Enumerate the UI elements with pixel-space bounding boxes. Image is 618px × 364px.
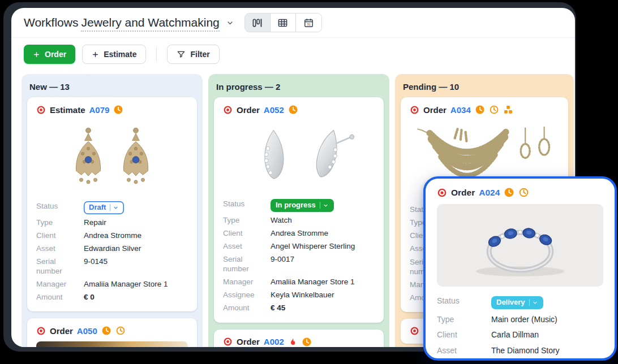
header: WorkflowsJewelry and Watchmaking bbox=[11, 8, 575, 38]
card-header: Order A002 bbox=[223, 337, 375, 347]
chevron-down-icon bbox=[113, 205, 119, 211]
add-estimate-button[interactable]: Estimate bbox=[82, 45, 146, 64]
chevron-down-icon bbox=[532, 300, 538, 306]
card-image-silver-earrings bbox=[223, 120, 375, 193]
card-id-link[interactable]: A050 bbox=[77, 326, 97, 336]
card-kind: Estimate bbox=[50, 105, 85, 115]
target-icon bbox=[36, 326, 46, 336]
card-kind: Order bbox=[50, 326, 73, 336]
flame-icon bbox=[288, 337, 298, 346]
target-icon bbox=[410, 326, 419, 336]
clock-filled-icon bbox=[302, 337, 312, 347]
card-header: Order A052 bbox=[223, 105, 375, 115]
page-title: WorkflowsJewelry and Watchmaking bbox=[24, 16, 220, 29]
page-title-prefix: Workflows bbox=[24, 16, 78, 29]
kanban-column-in-progress: In progress — 2 Order A052 bbox=[208, 74, 389, 347]
funnel-icon bbox=[177, 50, 186, 59]
column-title: Pending — 10 bbox=[401, 80, 568, 97]
toolbar: Order Estimate Filter bbox=[11, 38, 575, 72]
overlay-card-order-a024[interactable]: Order A024 bbox=[423, 176, 617, 361]
card-order-a052[interactable]: Order A052 bbox=[214, 97, 384, 323]
target-icon bbox=[36, 105, 46, 115]
card-order-a002[interactable]: Order A002 bbox=[214, 330, 384, 347]
workspace-name[interactable]: Jewelry and Watchmaking bbox=[81, 16, 219, 32]
target-icon bbox=[410, 105, 419, 115]
chevron-down-icon bbox=[323, 202, 329, 209]
card-id-link[interactable]: A079 bbox=[89, 105, 110, 115]
view-switcher bbox=[244, 13, 322, 32]
card-id-link[interactable]: A002 bbox=[264, 337, 284, 346]
clock-filled-icon bbox=[113, 105, 123, 115]
card-image-antique-gold-earrings bbox=[36, 120, 188, 195]
clock-filled-icon bbox=[288, 105, 298, 115]
card-fields: Status Delivery TypeMain order (Music) C… bbox=[437, 293, 603, 359]
card-image-sapphire-ring bbox=[437, 204, 603, 287]
clock-outline-icon bbox=[518, 187, 529, 198]
card-kind: Order bbox=[237, 105, 260, 115]
status-pill[interactable]: In progress bbox=[271, 199, 334, 212]
card-fields: Status In progress TypeWatch ClientAndre… bbox=[223, 197, 375, 315]
blocks-icon bbox=[503, 105, 513, 115]
plus-icon bbox=[92, 51, 99, 58]
target-icon bbox=[223, 337, 233, 346]
status-pill[interactable]: Draft bbox=[84, 201, 124, 214]
kanban-view-button[interactable] bbox=[245, 14, 271, 32]
status-pill[interactable]: Delivery bbox=[491, 296, 543, 309]
clock-outline-icon bbox=[489, 105, 499, 115]
card-order-a050[interactable]: Order A050 bbox=[27, 318, 197, 347]
card-kind: Order bbox=[451, 188, 475, 198]
card-id-link[interactable]: A024 bbox=[479, 188, 500, 198]
card-id-link[interactable]: A052 bbox=[264, 105, 284, 115]
card-header: Order A034 bbox=[410, 105, 559, 115]
filter-button[interactable]: Filter bbox=[167, 45, 219, 64]
card-kind: Order bbox=[237, 337, 260, 346]
kanban-column-new: New — 13 Estimate A079 bbox=[22, 74, 203, 347]
card-header: Order A024 bbox=[437, 187, 603, 198]
clock-filled-icon bbox=[504, 187, 514, 198]
target-icon bbox=[437, 188, 447, 198]
toolbar-divider bbox=[156, 47, 157, 62]
card-fields: Status Draft TypeRepair ClientAndrea Str… bbox=[36, 200, 188, 304]
target-icon bbox=[223, 105, 233, 115]
chevron-down-icon[interactable] bbox=[226, 19, 234, 27]
add-order-button[interactable]: Order bbox=[24, 45, 75, 64]
card-estimate-a079[interactable]: Estimate A079 Status Draft TypeRepair bbox=[27, 97, 197, 311]
calendar-view-button[interactable] bbox=[296, 14, 321, 32]
card-id-link[interactable]: A034 bbox=[450, 105, 471, 115]
card-kind: Order bbox=[423, 105, 447, 115]
clock-filled-icon bbox=[475, 105, 485, 115]
plus-icon bbox=[33, 51, 40, 58]
card-image-gold-jewelry-closeup bbox=[36, 341, 188, 347]
table-view-button[interactable] bbox=[271, 14, 296, 32]
card-header: Estimate A079 bbox=[36, 105, 188, 115]
column-title: New — 13 bbox=[27, 80, 197, 97]
card-header: Order A050 bbox=[36, 326, 188, 336]
clock-outline-icon bbox=[115, 326, 126, 336]
column-title: In progress — 2 bbox=[214, 80, 384, 97]
clock-filled-icon bbox=[101, 326, 111, 336]
